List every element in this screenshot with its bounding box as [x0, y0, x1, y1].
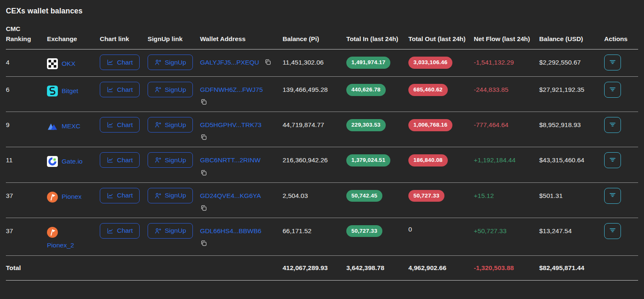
exchange-link[interactable]: OKX: [62, 60, 75, 68]
total-balance-usd: $82,495,871.44: [539, 264, 584, 271]
signup-link-button[interactable]: SignUp: [148, 82, 193, 97]
line-chart-icon: [106, 227, 114, 234]
header-chart-link: Chart link: [100, 20, 148, 49]
wallet-address-link[interactable]: GD5HGPHV...TRK73: [200, 121, 262, 128]
cmc-ranking-value: 37: [6, 227, 13, 234]
header-exchange: Exchange: [47, 20, 100, 49]
exchange-logo: [47, 227, 58, 238]
exchange-cell: OKX: [47, 58, 96, 69]
actions-button[interactable]: [604, 152, 621, 168]
net-flow-value: +50,727.33: [474, 227, 506, 234]
chart-button-label: Chart: [117, 121, 133, 129]
filter-lines-icon: [609, 122, 616, 129]
filter-lines-icon: [609, 59, 616, 66]
header-wallet-address: Wallet Address: [200, 20, 283, 49]
balance-usd-value: $2,292,550.67: [539, 59, 581, 66]
signup-button-label: SignUp: [165, 121, 186, 129]
exchange-link[interactable]: Gate.io: [62, 157, 83, 166]
total-label: Total: [6, 264, 21, 271]
total-out-value: 0: [408, 226, 412, 233]
exchange-link[interactable]: MEXC: [62, 122, 80, 130]
exchange-cell: Bitget: [47, 86, 96, 96]
signup-link-button[interactable]: SignUp: [148, 223, 193, 239]
balance-pi-value: 2,504.03: [283, 192, 308, 199]
wallet-address-link[interactable]: GD24QVE4...KG6YA: [200, 192, 261, 199]
user-plus-icon: [154, 156, 161, 164]
table-row: 37 Pionex Chart SignUp: [6, 182, 638, 218]
actions-button[interactable]: [604, 55, 621, 70]
net-flow-value: +1,192,184.44: [474, 156, 516, 164]
total-balance-pi: 412,067,289.93: [283, 264, 328, 271]
signup-button-label: SignUp: [165, 156, 186, 164]
total-in-badge: 229,303.53: [346, 119, 386, 131]
line-chart-icon: [106, 192, 114, 199]
copy-address-button[interactable]: [200, 204, 208, 212]
balance-usd-value: $43,315,460.64: [539, 156, 584, 164]
total-in-badge: 1,379,024.51: [346, 154, 390, 166]
balance-usd-value: $13,247.54: [539, 227, 572, 234]
wallet-address-link[interactable]: GALYJFJ5...PXEQU: [200, 59, 259, 66]
line-chart-icon: [106, 156, 114, 164]
exchange-cell: Pionex_2: [47, 227, 96, 250]
copy-address-button[interactable]: [200, 239, 208, 247]
exchange-logo: [47, 121, 58, 132]
balance-pi-value: 216,360,942.26: [283, 156, 328, 164]
total-net-flow: -1,320,503.88: [474, 264, 514, 271]
copy-address-button[interactable]: [264, 58, 272, 66]
table-header-row: CMC Ranking Exchange Chart link SignUp l…: [6, 20, 638, 49]
total-in-badge: 440,626.78: [346, 84, 386, 96]
signup-button-label: SignUp: [165, 227, 186, 234]
actions-button[interactable]: [604, 117, 621, 133]
total-out-value: 1,006,768.16: [408, 119, 452, 131]
signup-button-label: SignUp: [165, 59, 186, 66]
chart-link-button[interactable]: Chart: [100, 55, 140, 70]
copy-address-button[interactable]: [200, 169, 208, 177]
chart-link-button[interactable]: Chart: [100, 152, 140, 168]
total-out-value: 3,033,106.46: [408, 57, 452, 69]
balance-pi-value: 44,719,874.77: [283, 121, 324, 128]
copy-address-button[interactable]: [200, 133, 208, 141]
gateio-logo-icon: [47, 156, 58, 167]
line-chart-icon: [106, 59, 114, 66]
filter-lines-icon: [609, 227, 616, 234]
chart-link-button[interactable]: Chart: [100, 223, 140, 239]
exchange-logo: [47, 156, 58, 167]
cmc-ranking-value: 37: [6, 192, 13, 199]
header-signup-link: SignUp link: [148, 20, 200, 49]
cex-balances-panel: CEXs wallet balances CMC Ranking Exchang…: [0, 0, 644, 281]
total-out-sum: 4,962,902.66: [408, 264, 447, 271]
signup-link-button[interactable]: SignUp: [148, 188, 193, 203]
chart-link-button[interactable]: Chart: [100, 117, 140, 133]
chart-link-button[interactable]: Chart: [100, 188, 140, 203]
signup-link-button[interactable]: SignUp: [148, 55, 193, 70]
total-out-value: 50,727.33: [408, 190, 444, 202]
total-out-value: 685,460.62: [408, 84, 448, 96]
actions-button[interactable]: [604, 223, 621, 239]
chart-button-label: Chart: [117, 156, 133, 164]
user-plus-icon: [154, 121, 161, 128]
wallet-address-link[interactable]: GDL66HS4...BBWB6: [200, 227, 261, 234]
net-flow-value: -1,541,132.29: [474, 59, 514, 66]
signup-link-button[interactable]: SignUp: [148, 152, 193, 168]
total-out-value: 186,840.08: [408, 154, 448, 166]
total-in-badge: 50,742.45: [346, 190, 382, 202]
user-plus-icon: [154, 59, 161, 66]
line-chart-icon: [106, 86, 114, 93]
copy-address-button[interactable]: [200, 98, 208, 106]
exchange-link[interactable]: Pionex_2: [47, 241, 74, 250]
signup-link-button[interactable]: SignUp: [148, 117, 193, 133]
actions-button[interactable]: [604, 188, 621, 204]
wallet-address-link[interactable]: GBC6NRTT...2RINW: [200, 156, 260, 164]
total-in-sum: 3,642,398.78: [346, 264, 384, 271]
exchange-link[interactable]: Bitget: [62, 87, 78, 95]
chart-link-button[interactable]: Chart: [100, 82, 140, 97]
exchange-logo: [47, 58, 58, 69]
signup-button-label: SignUp: [165, 192, 186, 199]
exchange-link[interactable]: Pionex: [62, 192, 81, 201]
filter-lines-icon: [609, 86, 616, 94]
line-chart-icon: [106, 121, 114, 128]
wallet-address-link[interactable]: GDFNWH6Z...FWJ75: [200, 86, 263, 93]
table-row: 9 MEXC Chart SignUp: [6, 112, 638, 147]
actions-button[interactable]: [604, 82, 621, 98]
net-flow-value: +15.12: [474, 192, 494, 199]
